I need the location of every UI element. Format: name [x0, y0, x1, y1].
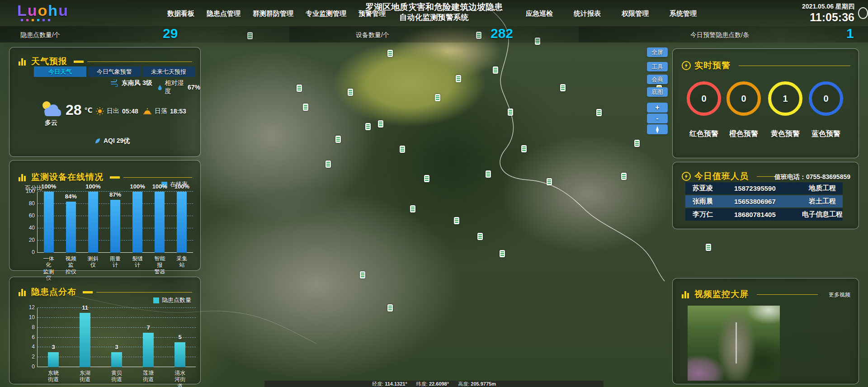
bar-device-online-1: 84% [66, 202, 76, 253]
nav-item-group-monitoring[interactable]: 群测群防管理 [253, 9, 293, 18]
map-marker[interactable] [477, 233, 483, 240]
map-marker[interactable] [400, 146, 405, 153]
bar-value-label: 100% [175, 183, 189, 190]
duty-row: 张雨晨 15653806967 岩土工程 [685, 195, 843, 208]
legend-swatch [153, 297, 159, 303]
duty-table: 苏亚凌 15872395590 地质工程 张雨晨 15653806967 岩土工… [685, 182, 843, 221]
map-marker[interactable] [547, 178, 552, 185]
map-marker[interactable] [378, 120, 383, 127]
map-marker[interactable] [387, 304, 393, 311]
nav-item-permission-mgmt[interactable]: 权限管理 [622, 9, 649, 18]
zoom-in-button[interactable]: + [647, 103, 668, 113]
map-marker[interactable] [424, 175, 429, 182]
compass-button[interactable] [647, 124, 668, 134]
fullscreen-button[interactable]: 全屏 [647, 47, 668, 57]
bar-hazard-dist-0: 3 [48, 352, 59, 367]
duty-personnel-panel: 今日值班人员 值班电话：0755-83695859 苏亚凌 1587239559… [672, 162, 859, 229]
logo-letter: o [38, 2, 48, 19]
orange-warning-circle: 0 [726, 81, 761, 116]
bar-category-label: 清水河街道 [172, 370, 188, 387]
sunrise-icon [96, 107, 104, 115]
map-marker[interactable] [706, 244, 711, 251]
map-marker[interactable] [560, 84, 566, 91]
map-marker[interactable] [454, 217, 459, 224]
dashboard-root: Luohu 数据看板 隐患点管理 群测群防管理 专业监测管理 预警管理 罗湖区地… [0, 0, 868, 387]
cloudy-weather-icon [39, 100, 63, 118]
bar-category-label: 东湖街道 [77, 370, 93, 383]
map-marker[interactable] [493, 66, 498, 74]
logo-letter: u [28, 2, 38, 19]
map-marker[interactable] [521, 145, 527, 152]
map-marker[interactable] [596, 109, 602, 116]
map-marker[interactable] [365, 123, 371, 130]
main-nav-right: 应急巡检 统计报表 权限管理 系统管理 [526, 9, 697, 18]
duty-specialty: 电子信息工程 [802, 210, 843, 219]
nav-item-pro-monitoring[interactable]: 专业监测管理 [306, 9, 346, 18]
map-marker[interactable] [486, 170, 491, 178]
duty-specialty: 岩土工程 [802, 197, 843, 206]
stat-label-device-count: 设备数量/个 [356, 31, 389, 39]
map-marker[interactable] [456, 75, 461, 82]
map-marker[interactable] [297, 85, 302, 92]
header-circle-button[interactable] [858, 7, 868, 19]
tab-7day-forecast[interactable]: 未来七天预报 [142, 66, 195, 77]
bar-device-online-2: 100% [88, 192, 98, 253]
duty-row: 苏亚凌 15872395590 地质工程 [685, 182, 843, 194]
monitoring-pole [736, 322, 737, 363]
nav-item-dashboard[interactable]: 数据看板 [167, 9, 194, 18]
header-date: 2021.05.06 星期四 [769, 3, 854, 11]
map-marker[interactable] [360, 271, 365, 278]
zoom-out-button[interactable]: - [647, 113, 668, 123]
map-marker[interactable] [303, 104, 308, 111]
bar-value-label: 100% [41, 183, 56, 190]
title-line [757, 294, 818, 295]
bar-category-label: 视频监 控仪 [65, 255, 76, 275]
more-videos-link[interactable]: 更多视频 [829, 291, 850, 299]
map-marker[interactable] [634, 140, 640, 147]
map-marker[interactable] [326, 160, 331, 168]
title-line [739, 66, 850, 66]
nav-item-hazard-mgmt[interactable]: 隐患点管理 [207, 9, 241, 18]
nav-item-emergency-inspection[interactable]: 应急巡检 [526, 9, 553, 18]
axis-tick: 4 [23, 344, 35, 350]
basemap-button[interactable]: 底图 [647, 87, 668, 97]
hazard-distribution-title: 隐患点分布 [31, 286, 76, 298]
stat-value-device-count: 282 [491, 25, 513, 42]
system-title: 罗湖区地质灾害和危险建筑边坡隐患 自动化监测预警系统 [348, 2, 520, 22]
logo-subtext-dots [21, 19, 50, 21]
map-marker[interactable] [508, 109, 513, 116]
bar-value-label: 11 [82, 304, 88, 311]
nav-item-statistics-report[interactable]: 统计报表 [574, 9, 601, 18]
tab-today-weather[interactable]: 今日天气 [34, 66, 86, 77]
app-logo: Luohu [17, 2, 69, 19]
bar-device-online-3: 87% [110, 200, 120, 253]
bar-value-label: 3 [52, 344, 55, 350]
bar-device-online-5: 100% [155, 192, 165, 253]
nav-item-system-mgmt[interactable]: 系统管理 [670, 9, 697, 18]
duty-personnel-title: 今日值班人员 [694, 170, 749, 182]
logo-letter: h [48, 2, 58, 19]
bar-category-label: 裂缝计 [132, 255, 143, 269]
title-line [96, 292, 192, 293]
axis-tick: 20 [23, 237, 35, 243]
map-marker[interactable] [621, 173, 627, 180]
map-marker[interactable] [435, 94, 440, 101]
map-marker[interactable] [410, 205, 415, 212]
duty-name: 张雨晨 [685, 197, 734, 206]
video-thumbnail[interactable] [688, 306, 780, 381]
title-dash [74, 61, 84, 63]
map-marker[interactable] [387, 50, 393, 57]
tab-weather-warning[interactable]: 今日气象预警 [88, 66, 141, 77]
bar-category-label: 雨量计 [110, 255, 121, 269]
map-marker[interactable] [500, 250, 505, 257]
bar-value-label: 87% [109, 191, 121, 198]
tools-button[interactable]: 工具 [647, 62, 668, 71]
consult-button[interactable]: 会商 [647, 75, 668, 84]
lightning-icon [682, 61, 691, 70]
duty-phone: 15872395590 [734, 184, 802, 192]
map-marker[interactable] [348, 89, 353, 96]
sunset-time: 18:53 [170, 108, 186, 115]
aqi-leaf-icon [94, 138, 101, 144]
duty-specialty: 地质工程 [802, 184, 843, 193]
map-marker[interactable] [335, 136, 341, 143]
